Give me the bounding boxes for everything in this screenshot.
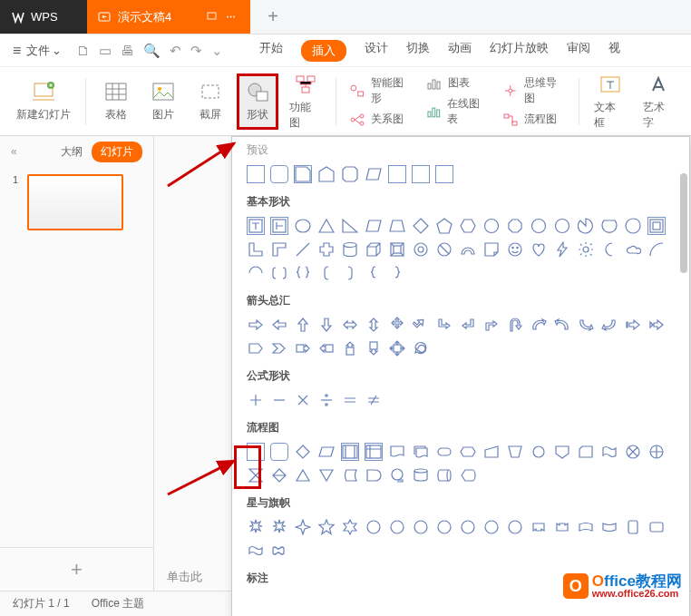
slide-thumbnail[interactable]: 1 xyxy=(13,174,141,230)
star-8pt[interactable] xyxy=(388,518,406,536)
ribbon-curved-up[interactable] xyxy=(577,518,595,536)
flow-sum[interactable] xyxy=(624,443,642,461)
shape-smiley[interactable] xyxy=(506,240,524,259)
flow-decision[interactable] xyxy=(294,443,312,461)
flow-sort[interactable] xyxy=(270,466,288,484)
tab-start[interactable]: 开始 xyxy=(259,40,283,62)
star-explosion1[interactable] xyxy=(247,518,265,536)
scroll-vert[interactable] xyxy=(624,518,642,536)
open-icon[interactable]: ▭ xyxy=(99,43,112,59)
shape-l[interactable] xyxy=(247,240,265,259)
shape-left-bracket[interactable] xyxy=(317,264,336,282)
print-icon[interactable]: 🖶 xyxy=(121,43,134,58)
shape-oval[interactable] xyxy=(294,217,312,235)
shape-donut[interactable] xyxy=(412,240,430,259)
arrow-curved-4[interactable] xyxy=(600,316,618,334)
flow-process[interactable] xyxy=(247,443,265,461)
shape-block-arc[interactable] xyxy=(459,240,477,259)
shape-right-brace[interactable] xyxy=(388,264,406,282)
arrow-callout-4[interactable] xyxy=(365,339,383,357)
new-slide-button[interactable]: 新建幻灯片 xyxy=(11,73,76,130)
star-7pt[interactable] xyxy=(365,518,383,536)
tab-menu-icon[interactable] xyxy=(226,12,236,22)
tab-animation[interactable]: 动画 xyxy=(448,40,472,62)
flow-direct-access[interactable] xyxy=(435,466,453,484)
flowchart-button[interactable]: 流程图 xyxy=(499,110,569,129)
qat-more-icon[interactable]: ⌄ xyxy=(211,43,223,59)
shape-right-triangle[interactable] xyxy=(341,217,359,235)
shape-parallelogram[interactable] xyxy=(365,165,383,183)
arrow-leftright[interactable] xyxy=(341,316,359,334)
arrow-curved-3[interactable] xyxy=(577,316,595,334)
shape-rect2[interactable] xyxy=(388,165,406,183)
flow-disk[interactable] xyxy=(412,466,430,484)
shape-rect[interactable] xyxy=(247,165,265,183)
shape-corner[interactable] xyxy=(270,240,288,259)
preview-icon[interactable]: 🔍 xyxy=(143,43,161,59)
arrow-up[interactable] xyxy=(294,316,312,334)
ribbon-down[interactable] xyxy=(553,518,571,536)
shape-pentagon[interactable] xyxy=(435,217,453,235)
shape-folded-corner[interactable] xyxy=(482,240,501,259)
shape-rounded-rect[interactable] xyxy=(270,165,288,183)
arrow-notched[interactable] xyxy=(647,316,666,334)
flow-terminator[interactable] xyxy=(435,443,453,461)
file-menu[interactable]: 文件 ⌄ xyxy=(26,43,62,59)
slides-tab[interactable]: 幻灯片 xyxy=(92,142,142,162)
formula-notequal[interactable] xyxy=(365,391,383,409)
table-button[interactable]: 表格 xyxy=(95,73,137,130)
tab-design[interactable]: 设计 xyxy=(365,40,388,62)
arrow-callout-3[interactable] xyxy=(341,339,359,357)
save-icon[interactable]: 🗋 xyxy=(76,43,90,58)
shape-bevel[interactable] xyxy=(388,240,406,259)
picture-button[interactable]: 图片 xyxy=(142,73,184,130)
star-explosion2[interactable] xyxy=(270,518,288,536)
star-10pt[interactable] xyxy=(412,518,430,536)
redo-icon[interactable]: ↷ xyxy=(190,43,202,59)
shape-vertical-textbox[interactable] xyxy=(270,217,288,235)
shape-trapezoid[interactable] xyxy=(388,217,406,235)
tab-review[interactable]: 审阅 xyxy=(567,40,590,62)
shape-rect4[interactable] xyxy=(435,165,453,183)
shape-frame[interactable] xyxy=(647,217,666,235)
undo-icon[interactable]: ↶ xyxy=(170,43,181,59)
arrow-curved-1[interactable] xyxy=(530,316,548,334)
arrow-striped[interactable] xyxy=(624,316,642,334)
panel-scrollbar[interactable] xyxy=(680,173,687,614)
flow-connector[interactable] xyxy=(530,443,548,461)
flow-alt-process[interactable] xyxy=(270,443,288,461)
shape-diagonal[interactable] xyxy=(294,240,312,259)
shape-cloud[interactable] xyxy=(624,240,642,259)
flow-merge[interactable] xyxy=(317,466,336,484)
flow-offpage[interactable] xyxy=(553,443,571,461)
shape-lightning[interactable] xyxy=(553,240,571,259)
wave[interactable] xyxy=(247,542,265,560)
shape-hexagon[interactable] xyxy=(459,217,477,235)
flow-multidoc[interactable] xyxy=(412,443,430,461)
shape-pie[interactable] xyxy=(577,217,595,235)
arrow-bent-4[interactable] xyxy=(482,316,501,334)
ribbon-curved-down[interactable] xyxy=(600,518,618,536)
textbox-button[interactable]: 文本框 xyxy=(589,73,631,130)
shape-arc2[interactable] xyxy=(247,264,265,282)
star-16pt[interactable] xyxy=(459,518,477,536)
shape-teardrop[interactable] xyxy=(624,217,642,235)
arrow-updown[interactable] xyxy=(365,316,383,334)
arrow-circular[interactable] xyxy=(412,339,430,357)
shape-brace-pair[interactable] xyxy=(294,264,312,282)
shape-rect3[interactable] xyxy=(412,165,430,183)
flow-predefined[interactable] xyxy=(341,443,359,461)
shape-octagon[interactable] xyxy=(506,217,524,235)
arrow-quad[interactable] xyxy=(388,316,406,334)
collapse-panel-icon[interactable]: « xyxy=(11,145,17,158)
flow-data[interactable] xyxy=(317,443,336,461)
new-tab-button[interactable]: + xyxy=(250,0,296,34)
arrow-bent-2[interactable] xyxy=(435,316,453,334)
shape-heart[interactable] xyxy=(530,240,548,259)
outline-tab[interactable]: 大纲 xyxy=(61,144,83,160)
diagram-button[interactable]: 功能图 xyxy=(284,73,326,130)
arrow-curved-2[interactable] xyxy=(553,316,571,334)
flow-document[interactable] xyxy=(388,443,406,461)
add-slide-button[interactable]: + xyxy=(0,547,153,591)
tab-view[interactable]: 视 xyxy=(608,40,620,62)
